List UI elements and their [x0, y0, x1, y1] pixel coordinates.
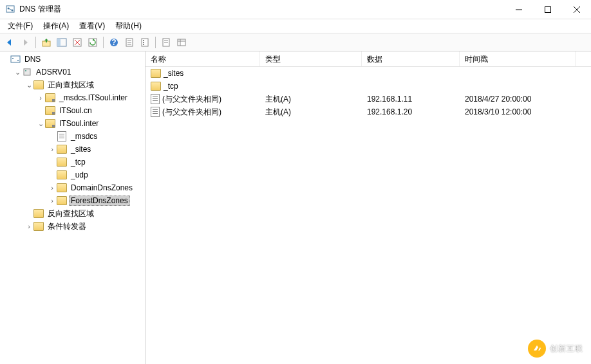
forward-button[interactable] — [18, 35, 32, 50]
chevron-down-icon[interactable]: ⌄ — [13, 68, 22, 77]
chevron-down-icon[interactable]: ⌄ — [24, 80, 33, 89]
server-icon — [22, 67, 32, 77]
cell-name: (与父文件夹相同) — [162, 107, 221, 118]
tree-label: _msdcs — [69, 131, 99, 141]
column-header-name[interactable]: 名称 — [145, 51, 260, 66]
tree-node-domaindnszones[interactable]: ›DomainDnsZones — [48, 181, 145, 194]
folder-icon — [57, 157, 67, 167]
tree-label: ITSoul.inter — [57, 118, 100, 129]
tree-node-conditional-forwarders[interactable]: › 条件转发器 — [24, 220, 145, 233]
doc-icon — [57, 131, 67, 141]
tree-node-udp[interactable]: _udp — [48, 168, 145, 181]
cell-name: (与父文件夹相同) — [162, 94, 221, 105]
doc-icon — [151, 107, 160, 117]
list-view-button[interactable] — [159, 35, 173, 50]
close-button[interactable] — [562, 0, 591, 19]
list-pane[interactable]: 名称 类型 数据 时间戳 _sites_tcp(与父文件夹相同)主机(A)192… — [145, 51, 591, 364]
list-rows: _sites_tcp(与父文件夹相同)主机(A)192.168.1.112018… — [145, 67, 591, 118]
tree-label: _udp — [69, 170, 90, 180]
cell-data: 192.168.1.20 — [367, 107, 412, 116]
detail-view-button[interactable] — [174, 35, 189, 50]
menu-file[interactable]: 文件(F) — [3, 19, 38, 33]
tree-label: ForestDnsZones — [69, 196, 130, 206]
tree-node-forestdnszones[interactable]: ›ForestDnsZones — [48, 194, 145, 207]
tree-pane[interactable]: DNS ⌄ ADSRV01 ⌄ — [0, 51, 145, 364]
tree-node-dns-root[interactable]: DNS — [1, 53, 145, 66]
folder-icon — [57, 144, 67, 154]
title-bar: DNS 管理器 — [0, 0, 591, 19]
cell-type: 主机(A) — [265, 107, 291, 118]
folder-gear-icon — [45, 105, 55, 116]
tree-label: 反向查找区域 — [46, 208, 96, 220]
tree-node-zone-itsoul-inter[interactable]: ⌄ ITSoul.inter — [36, 117, 145, 130]
svg-rect-22 — [143, 40, 144, 41]
svg-rect-5 — [545, 6, 550, 12]
up-button[interactable] — [39, 35, 53, 50]
svg-rect-31 — [11, 56, 20, 62]
chevron-right-icon[interactable]: › — [24, 222, 33, 231]
tree-label: 条件转发器 — [46, 221, 88, 233]
list-row[interactable]: _sites — [145, 67, 591, 80]
tree-toggle[interactable] — [1, 55, 10, 64]
menu-action[interactable]: 操作(A) — [38, 19, 74, 33]
folder-icon — [151, 82, 161, 91]
refresh-button[interactable] — [86, 35, 100, 50]
tree-node-forward-zones[interactable]: ⌄ 正向查找区域 — [24, 78, 145, 91]
watermark-logo-icon — [528, 340, 546, 358]
tree-node-msdcs[interactable]: _msdcs — [48, 130, 145, 143]
tree-node-sites[interactable]: ›_sites — [48, 143, 145, 156]
column-header-data[interactable]: 数据 — [362, 51, 460, 66]
cell-name: _tcp — [164, 82, 178, 91]
tree-node-reverse-zones[interactable]: 反向查找区域 — [24, 207, 145, 220]
list-row[interactable]: (与父文件夹相同)主机(A)192.168.1.112018/4/27 20:0… — [145, 93, 591, 105]
tree-label: DNS — [23, 54, 42, 64]
content-area: DNS ⌄ ADSRV01 ⌄ — [0, 51, 591, 364]
toolbar-separator — [103, 37, 104, 48]
show-hide-tree-button[interactable] — [55, 35, 69, 50]
tree-label: ADSRV01 — [34, 67, 73, 77]
folder-icon — [57, 196, 67, 206]
cell-name: _sites — [164, 69, 183, 78]
chevron-down-icon[interactable]: ⌄ — [36, 119, 45, 128]
list-header: 名称 类型 数据 时间戳 — [145, 51, 591, 67]
minimize-button[interactable] — [504, 0, 533, 19]
svg-rect-34 — [24, 69, 30, 75]
filter-button[interactable] — [138, 35, 152, 50]
folder-gear-icon — [45, 118, 55, 129]
chevron-right-icon[interactable]: › — [36, 93, 45, 102]
tree-label: _msdcs.ITSoul.inter — [57, 93, 129, 103]
help-button[interactable]: ? — [107, 35, 121, 50]
chevron-right-icon[interactable]: › — [48, 196, 57, 205]
toolbar-separator — [35, 37, 36, 48]
properties-button[interactable] — [122, 35, 136, 50]
svg-rect-21 — [142, 39, 148, 46]
folder-icon — [33, 221, 44, 232]
maximize-button[interactable] — [533, 0, 562, 19]
column-header-time[interactable]: 时间戳 — [460, 51, 576, 66]
folder-gear-icon — [45, 93, 55, 103]
folder-icon — [57, 183, 67, 193]
svg-point-32 — [12, 58, 14, 59]
svg-point-33 — [17, 60, 19, 61]
menu-help[interactable]: 帮助(H) — [110, 19, 147, 33]
tree-node-server[interactable]: ⌄ ADSRV01 — [13, 66, 145, 78]
toolbar-separator — [155, 37, 156, 48]
svg-line-3 — [8, 8, 12, 10]
menu-view[interactable]: 查看(V) — [74, 19, 110, 33]
cell-time: 2018/4/27 20:00:00 — [465, 95, 531, 104]
chevron-right-icon[interactable]: › — [48, 145, 57, 154]
tree-node-tcp[interactable]: _tcp — [48, 156, 145, 168]
back-button[interactable] — [3, 35, 17, 50]
tree-node-zone-msdcs-itsoul-inter[interactable]: › _msdcs.ITSoul.inter — [36, 91, 145, 104]
list-row[interactable]: _tcp — [145, 80, 591, 93]
dns-root-icon — [10, 54, 21, 64]
column-header-type[interactable]: 类型 — [260, 51, 362, 66]
delete-button[interactable] — [70, 35, 84, 50]
folder-icon — [33, 80, 44, 90]
tree-toggle[interactable] — [36, 106, 45, 115]
list-row[interactable]: (与父文件夹相同)主机(A)192.168.1.202018/3/10 12:0… — [145, 105, 591, 118]
watermark-text: 创新互联 — [550, 343, 583, 354]
svg-rect-10 — [57, 39, 61, 46]
tree-node-zone-itsoul-cn[interactable]: ITSoul.cn — [36, 104, 145, 117]
chevron-right-icon[interactable]: › — [48, 183, 57, 192]
